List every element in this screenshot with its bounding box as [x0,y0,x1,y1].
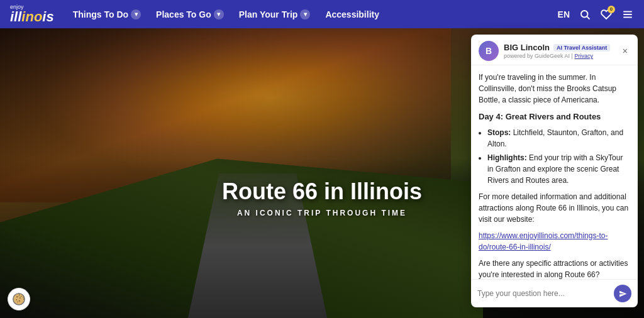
nav-items: Things To Do ▾ Places To Go ▾ Plan Your … [67,7,558,22]
svg-point-10 [21,296,21,297]
chat-stops: Stops: Litchfield, Staunton, Grafton, an… [487,127,630,150]
chat-title-row: BIG Lincoln AI Travel Assistant [504,43,615,52]
nav-right: EN 0 [558,8,634,21]
chat-day4-heading: Day 4: Great Rivers and Routes [479,111,630,123]
favorites-button[interactable]: 0 [600,8,613,21]
hero-subtitle: AN ICONIC TRIP THROUGH TIME [222,209,422,217]
chevron-down-icon: ▾ [214,9,224,19]
chat-body: If you're traveling in the summer. In Co… [471,65,638,279]
cookie-icon [12,292,26,306]
svg-point-5 [13,293,25,305]
chat-panel: B BIG Lincoln AI Travel Assistant powere… [471,35,638,307]
hero-title: Route 66 in Illinois [222,178,422,205]
nav-things-to-do[interactable]: Things To Do ▾ [67,7,147,22]
logo-illinois: illinois [10,9,54,25]
hero-text-block: Route 66 in Illinois AN ICONIC TRIP THRO… [222,178,422,217]
privacy-link[interactable]: Privacy [574,53,593,59]
chat-more-info: For more detailed information and additi… [479,191,630,225]
chat-website-link[interactable]: https://www.enjoyillinois.com/things-to-… [479,231,608,251]
chat-avatar: B [479,41,499,61]
cookie-settings-button[interactable] [8,288,30,310]
chat-website: https://www.enjoyillinois.com/things-to-… [479,230,630,253]
search-button[interactable] [579,8,591,21]
chat-badge: AI Travel Assistant [553,44,610,52]
navbar: enjoy illinois Things To Do ▾ Places To … [0,0,644,28]
chat-intro-text: If you're traveling in the summer. In Co… [479,72,630,106]
chat-question: Are there any specific attractions or ac… [479,258,630,280]
svg-point-9 [19,300,20,302]
chat-send-button[interactable] [614,285,631,302]
svg-point-8 [16,299,18,300]
svg-point-6 [16,296,18,297]
chat-footer [471,279,638,307]
chat-header-info: BIG Lincoln AI Travel Assistant powered … [504,43,615,59]
svg-point-7 [19,297,21,299]
nav-plan-your-trip[interactable]: Plan Your Trip ▾ [233,7,317,22]
site-logo[interactable]: enjoy illinois [10,4,54,24]
chat-highlights: Highlights: End your trip with a SkyTour… [487,152,630,186]
svg-point-0 [581,11,588,18]
chevron-down-icon: ▾ [300,9,310,19]
svg-line-1 [587,16,589,19]
menu-button[interactable] [621,8,634,21]
chat-day4-list: Stops: Litchfield, Staunton, Grafton, an… [487,127,630,186]
chat-close-button[interactable]: × [620,45,630,57]
chat-input[interactable] [477,289,609,298]
chat-agent-name: BIG Lincoln [504,43,550,52]
svg-point-11 [17,302,18,302]
nav-places-to-go[interactable]: Places To Go ▾ [150,7,230,22]
chevron-down-icon: ▾ [131,9,141,19]
nav-accessibility[interactable]: Accessibility [319,7,386,22]
chat-header: B BIG Lincoln AI Travel Assistant powere… [471,35,638,65]
language-selector[interactable]: EN [558,9,570,19]
favorites-count: 0 [608,6,615,13]
chat-powered-by: powered by GuideGeek AI | Privacy [504,53,615,59]
